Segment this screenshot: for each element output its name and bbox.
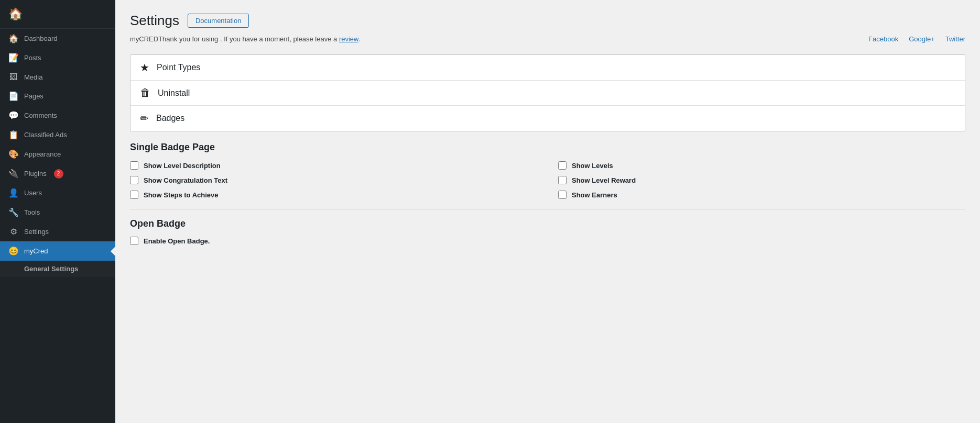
notice-text: myCREDThank you for using . If you have … — [130, 35, 360, 43]
sidebar-item-users[interactable]: 👤 Users — [0, 183, 115, 203]
pages-icon: 📄 — [8, 91, 19, 101]
users-icon: 👤 — [8, 188, 19, 198]
tools-icon: 🔧 — [8, 207, 19, 217]
badges-label: Badges — [156, 114, 184, 123]
show-levels-label: Show Levels — [572, 162, 613, 170]
checkbox-show-congratulation-text: Show Congratulation Text — [130, 176, 537, 184]
main-content: Settings Documentation myCREDThank you f… — [115, 0, 980, 423]
show-level-reward-label: Show Level Reward — [572, 176, 636, 184]
show-congratulation-text-checkbox[interactable] — [130, 176, 138, 184]
show-level-reward-checkbox[interactable] — [558, 176, 567, 184]
sidebar-item-comments[interactable]: 💬 Comments — [0, 106, 115, 125]
sidebar-label-tools: Tools — [24, 208, 40, 216]
badge-icon: ✏ — [140, 112, 149, 125]
open-badge-title: Open Badge — [130, 218, 965, 229]
sidebar-label-dashboard: Dashboard — [24, 35, 58, 42]
documentation-button[interactable]: Documentation — [188, 14, 249, 28]
point-types-label: Point Types — [157, 63, 200, 72]
checkbox-enable-open-badge: Enable Open Badge. — [130, 237, 965, 245]
show-earners-label: Show Earners — [572, 191, 617, 199]
show-level-description-checkbox[interactable] — [130, 161, 138, 170]
checkbox-show-level-reward: Show Level Reward — [558, 176, 965, 184]
show-steps-to-achieve-label: Show Steps to Achieve — [144, 191, 219, 199]
single-badge-page-title: Single Badge Page — [130, 142, 965, 153]
review-link[interactable]: review — [339, 35, 358, 43]
show-earners-checkbox[interactable] — [558, 191, 567, 199]
enable-open-badge-label: Enable Open Badge. — [144, 237, 210, 245]
sidebar-label-appearance: Appearance — [24, 150, 61, 158]
sidebar-item-classified-ads[interactable]: 📋 Classified Ads — [0, 125, 115, 144]
checkbox-show-levels: Show Levels — [558, 161, 965, 170]
mycred-icon: 😊 — [8, 246, 19, 256]
sidebar-item-pages[interactable]: 📄 Pages — [0, 86, 115, 106]
show-level-description-label: Show Level Description — [144, 162, 221, 170]
sidebar-label-comments: Comments — [24, 112, 57, 119]
notice-bar: myCREDThank you for using . If you have … — [130, 35, 965, 45]
facebook-link[interactable]: Facebook — [868, 35, 898, 43]
sidebar-logo: 🏠 — [0, 0, 115, 29]
star-icon: ★ — [140, 61, 149, 74]
comments-icon: 💬 — [8, 110, 19, 120]
settings-icon: ⚙ — [8, 227, 19, 237]
nav-badges[interactable]: ✏ Badges — [130, 106, 965, 131]
media-icon: 🖼 — [8, 72, 19, 82]
sidebar-item-media[interactable]: 🖼 Media — [0, 68, 115, 86]
sidebar-item-appearance[interactable]: 🎨 Appearance — [0, 144, 115, 164]
nav-point-types[interactable]: ★ Point Types — [130, 55, 965, 81]
appearance-icon: 🎨 — [8, 149, 19, 159]
show-congratulation-text-label: Show Congratulation Text — [144, 176, 227, 184]
sidebar-label-settings: Settings — [24, 228, 49, 236]
enable-open-badge-checkbox[interactable] — [130, 237, 138, 245]
checkbox-show-earners: Show Earners — [558, 191, 965, 199]
sidebar-item-dashboard[interactable]: 🏠 Dashboard — [0, 29, 115, 48]
sidebar-label-classified-ads: Classified Ads — [24, 131, 67, 139]
sidebar-label-posts: Posts — [24, 54, 41, 62]
checkbox-show-level-description: Show Level Description — [130, 161, 537, 170]
dashboard-icon: 🏠 — [8, 34, 19, 43]
sidebar-item-mycred[interactable]: 😊 myCred — [0, 241, 115, 261]
mycred-label: myCred — [24, 247, 48, 255]
classified-ads-icon: 📋 — [8, 130, 19, 140]
checkbox-show-steps-to-achieve: Show Steps to Achieve — [130, 191, 537, 199]
sidebar-label-users: Users — [24, 189, 42, 197]
show-levels-checkbox[interactable] — [558, 161, 567, 170]
uninstall-label: Uninstall — [158, 88, 190, 98]
sidebar-label-plugins: Plugins — [24, 170, 47, 177]
section-divider — [130, 209, 965, 210]
posts-icon: 📝 — [8, 53, 19, 63]
social-links: Facebook Google+ Twitter — [868, 35, 965, 43]
sidebar-item-posts[interactable]: 📝 Posts — [0, 48, 115, 68]
settings-nav: ★ Point Types 🗑 Uninstall ✏ Badges — [130, 54, 965, 131]
sidebar-label-media: Media — [24, 73, 42, 81]
sidebar-item-plugins[interactable]: 🔌 Plugins 2 — [0, 164, 115, 183]
trash-icon: 🗑 — [140, 87, 150, 99]
page-header: Settings Documentation — [130, 13, 965, 29]
sidebar-label-pages: Pages — [24, 92, 43, 100]
twitter-link[interactable]: Twitter — [945, 35, 965, 43]
google-plus-link[interactable]: Google+ — [909, 35, 935, 43]
nav-uninstall[interactable]: 🗑 Uninstall — [130, 81, 965, 106]
sidebar-item-tools[interactable]: 🔧 Tools — [0, 203, 115, 222]
sidebar: 🏠 🏠 Dashboard 📝 Posts 🖼 Media 📄 Pages 💬 … — [0, 0, 115, 423]
submenu-general-settings[interactable]: General Settings — [0, 261, 115, 277]
page-title: Settings — [130, 13, 179, 29]
single-badge-checkboxes: Show Level Description Show Levels Show … — [130, 161, 965, 199]
badge-plugins: 2 — [54, 169, 63, 179]
show-steps-to-achieve-checkbox[interactable] — [130, 191, 138, 199]
sidebar-item-settings[interactable]: ⚙ Settings — [0, 222, 115, 241]
plugins-icon: 🔌 — [8, 169, 19, 179]
